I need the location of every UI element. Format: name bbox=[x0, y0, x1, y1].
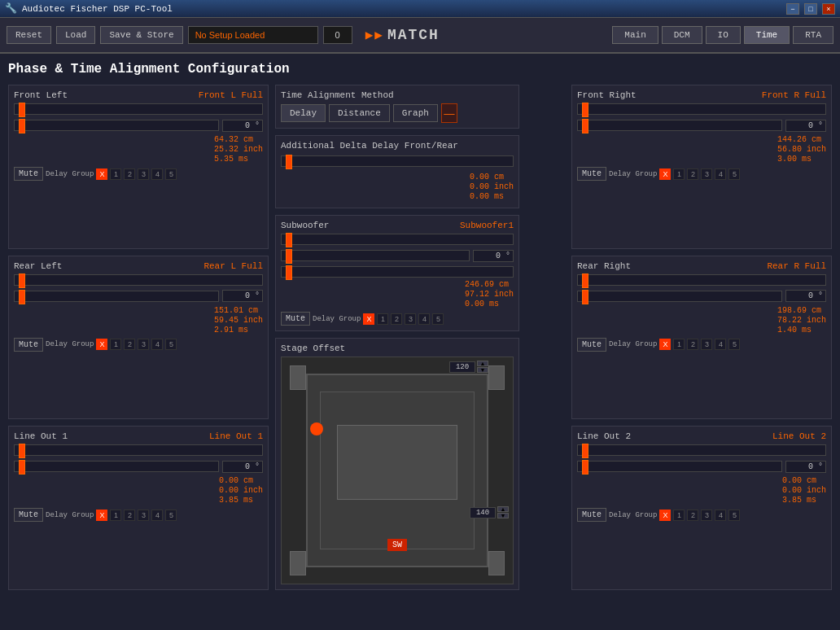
sub-dg-5[interactable]: 5 bbox=[432, 313, 444, 325]
nav-rta-button[interactable]: RTA bbox=[793, 26, 833, 44]
line-out1-dg-x[interactable]: X bbox=[96, 510, 107, 521]
front-right-dg-1[interactable]: 1 bbox=[673, 168, 685, 180]
sub-degree-input[interactable] bbox=[473, 250, 514, 262]
no-setup-field[interactable] bbox=[188, 26, 318, 44]
rear-right-dg-1[interactable]: 1 bbox=[673, 339, 685, 350]
line-out1-dg-4[interactable]: 4 bbox=[151, 510, 163, 521]
load-button[interactable]: Load bbox=[56, 26, 95, 44]
stage-dot-marker[interactable] bbox=[310, 422, 323, 435]
line-out1-mute[interactable]: Mute bbox=[14, 508, 43, 522]
front-right-dg-2[interactable]: 2 bbox=[687, 168, 698, 180]
line-out2-dg-1[interactable]: 1 bbox=[673, 510, 685, 521]
stage-top-input[interactable] bbox=[449, 361, 475, 373]
close-button[interactable]: × bbox=[822, 3, 835, 15]
front-left-degree-input[interactable] bbox=[222, 120, 263, 132]
line-out1-dg-5[interactable]: 5 bbox=[165, 510, 177, 521]
front-right-dg-x[interactable]: X bbox=[659, 168, 671, 180]
additional-delta-panel: Additional Delta Delay Front/Rear 0.00 c… bbox=[275, 135, 519, 208]
front-right-mute[interactable]: Mute bbox=[577, 167, 606, 181]
nav-dcm-button[interactable]: DCM bbox=[662, 26, 702, 44]
stage-mid-input[interactable] bbox=[470, 507, 496, 518]
rear-right-slider1[interactable] bbox=[577, 274, 826, 286]
front-right-dg-4[interactable]: 4 bbox=[715, 168, 726, 180]
rear-left-dg-x[interactable]: X bbox=[96, 339, 107, 350]
front-right-slider2[interactable] bbox=[577, 120, 782, 131]
rear-right-dg-2[interactable]: 2 bbox=[687, 339, 698, 350]
rear-left-dg-1[interactable]: 1 bbox=[110, 339, 121, 350]
line-out2-dg-x[interactable]: X bbox=[659, 510, 671, 521]
rear-right-dg-4[interactable]: 4 bbox=[715, 339, 726, 350]
stage-top-down[interactable]: ▼ bbox=[477, 367, 488, 373]
rear-right-dg-5[interactable]: 5 bbox=[728, 339, 740, 350]
rear-left-degree-input[interactable] bbox=[222, 290, 263, 302]
nav-io-button[interactable]: IO bbox=[706, 26, 741, 44]
line-out1-dg-1[interactable]: 1 bbox=[110, 510, 121, 521]
front-left-dg-4[interactable]: 4 bbox=[151, 168, 163, 180]
line-out2-mute[interactable]: Mute bbox=[577, 508, 606, 522]
sub-dg-4[interactable]: 4 bbox=[418, 313, 430, 325]
front-left-dg-x[interactable]: X bbox=[96, 168, 107, 180]
stage-mid-down[interactable]: ▼ bbox=[497, 513, 509, 518]
distance-method-button[interactable]: Distance bbox=[329, 104, 390, 122]
front-left-mute[interactable]: Mute bbox=[14, 167, 43, 181]
front-right-degree-input[interactable] bbox=[785, 120, 826, 132]
sub-dg-x[interactable]: X bbox=[363, 313, 374, 325]
rear-right-dg-3[interactable]: 3 bbox=[701, 339, 712, 350]
rear-left-mute[interactable]: Mute bbox=[14, 338, 43, 352]
line-out2-slider1[interactable] bbox=[577, 444, 826, 456]
rear-right-degree-input[interactable] bbox=[785, 290, 826, 302]
front-right-dg-5[interactable]: 5 bbox=[728, 168, 740, 180]
line-out2-dg-4[interactable]: 4 bbox=[715, 510, 726, 521]
stage-top-up[interactable]: ▲ bbox=[477, 361, 488, 366]
front-right-dg-3[interactable]: 3 bbox=[701, 168, 712, 180]
stage-mid-up[interactable]: ▲ bbox=[497, 506, 509, 512]
front-left-dg-2[interactable]: 2 bbox=[124, 168, 135, 180]
rear-right-thumb2 bbox=[582, 290, 588, 304]
sub-slider1[interactable] bbox=[281, 234, 514, 245]
rear-left-dg-5[interactable]: 5 bbox=[165, 339, 177, 350]
front-left-slider1[interactable] bbox=[14, 103, 263, 115]
line-out1-dg-3[interactable]: 3 bbox=[138, 510, 149, 521]
minimize-button[interactable]: − bbox=[786, 3, 799, 15]
rear-left-dg-3[interactable]: 3 bbox=[138, 339, 149, 350]
line-out2-dg-2[interactable]: 2 bbox=[687, 510, 698, 521]
line-out2-slider2[interactable] bbox=[577, 461, 782, 472]
line-out1-slider1[interactable] bbox=[14, 444, 263, 456]
ta-red-button[interactable]: — bbox=[441, 103, 457, 123]
rear-left-slider2[interactable] bbox=[14, 291, 219, 302]
line-out2-degree-input[interactable] bbox=[785, 461, 826, 473]
panels-grid: Front Left Front L Full 64.32 cm bbox=[8, 85, 832, 590]
sub-slider2[interactable] bbox=[281, 250, 470, 261]
sub-slider3[interactable] bbox=[281, 266, 514, 278]
rear-right-panel: Rear Right Rear R Full 198.69 cm bbox=[571, 256, 832, 420]
graph-method-button[interactable]: Graph bbox=[393, 104, 438, 122]
line-out2-dg-5[interactable]: 5 bbox=[728, 510, 740, 521]
front-left-dg-1[interactable]: 1 bbox=[110, 168, 121, 180]
rear-right-slider2[interactable] bbox=[577, 291, 782, 302]
nav-time-button[interactable]: Time bbox=[744, 26, 790, 44]
rear-right-mute[interactable]: Mute bbox=[577, 338, 606, 352]
counter-field[interactable] bbox=[323, 26, 352, 44]
line-out1-dg-2[interactable]: 2 bbox=[124, 510, 135, 521]
delta-slider[interactable] bbox=[281, 155, 514, 167]
sub-dg-2[interactable]: 2 bbox=[391, 313, 402, 325]
rear-right-dg-x[interactable]: X bbox=[659, 339, 671, 350]
rear-left-slider1[interactable] bbox=[14, 274, 263, 286]
sub-mute[interactable]: Mute bbox=[281, 312, 310, 326]
line-out1-degree-input[interactable] bbox=[222, 461, 263, 473]
nav-main-button[interactable]: Main bbox=[612, 26, 658, 44]
line-out1-slider2[interactable] bbox=[14, 461, 219, 472]
front-left-dg-5[interactable]: 5 bbox=[165, 168, 177, 180]
rear-left-dg-2[interactable]: 2 bbox=[124, 339, 135, 350]
delay-method-button[interactable]: Delay bbox=[281, 104, 326, 122]
rear-left-dg-4[interactable]: 4 bbox=[151, 339, 163, 350]
save-store-button[interactable]: Save & Store bbox=[100, 26, 182, 44]
reset-button[interactable]: Reset bbox=[7, 26, 51, 44]
sub-dg-3[interactable]: 3 bbox=[405, 313, 416, 325]
sub-dg-1[interactable]: 1 bbox=[377, 313, 388, 325]
front-right-slider1[interactable] bbox=[577, 103, 826, 115]
line-out2-dg-3[interactable]: 3 bbox=[701, 510, 712, 521]
front-left-dg-3[interactable]: 3 bbox=[138, 168, 149, 180]
maximize-button[interactable]: □ bbox=[804, 3, 817, 15]
front-left-slider2[interactable] bbox=[14, 120, 219, 131]
